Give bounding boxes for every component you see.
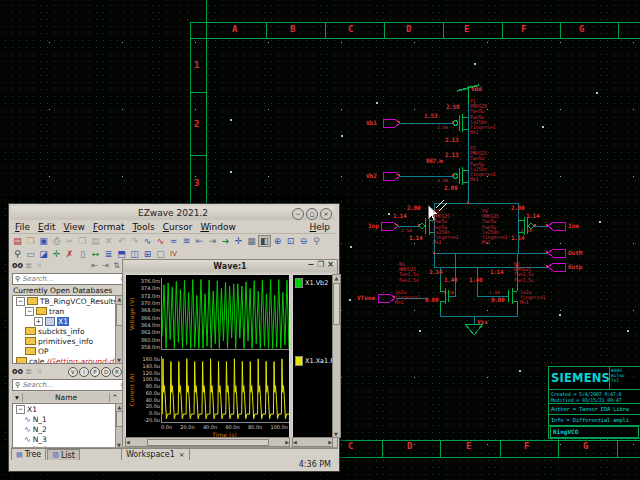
signals-search-box[interactable]: ⚲ ⊗: [12, 379, 129, 391]
signals-list[interactable]: −X1∿N_1∿N_2∿N_3∿N_4: [12, 403, 116, 449]
window-titlebar[interactable]: EZwave 2021.2 − ◻ ×: [11, 206, 335, 220]
wave-minimize-button[interactable]: −: [307, 260, 314, 269]
signals-header-name[interactable]: Name: [23, 393, 110, 402]
wave-close-button[interactable]: ×: [327, 260, 334, 269]
new-waveform-icon[interactable]: ∿: [141, 235, 154, 247]
complex-plot-icon[interactable]: ≈: [167, 235, 180, 247]
fit-x-icon[interactable]: ↔: [89, 248, 102, 260]
database-tree[interactable]: −TB_RingVCO_ResultsPa−tran+X1subckts_inf…: [12, 295, 116, 364]
filter-d-button[interactable]: D: [101, 367, 111, 377]
binoculars-icon[interactable]: oo: [12, 261, 23, 270]
menu-window[interactable]: Window: [196, 222, 240, 232]
link-icon[interactable]: ⌗: [34, 367, 45, 377]
open-icon[interactable]: ❒: [24, 235, 37, 247]
tree-item-label[interactable]: TB_RingVCO_ResultsPa: [40, 297, 116, 306]
filter-r-button[interactable]: R: [112, 367, 122, 377]
wave-restore-button[interactable]: ❐: [317, 260, 324, 269]
zoom-fit-icon[interactable]: ⚲: [310, 235, 323, 247]
tile-horizontal-icon[interactable]: ⬒: [115, 248, 128, 260]
window-close-button[interactable]: ×: [320, 208, 332, 220]
link-icon[interactable]: ⌗: [34, 261, 45, 271]
list-icon[interactable]: ≣: [23, 367, 34, 376]
snapshot-icon[interactable]: ▢: [154, 248, 167, 260]
wave-titlebar[interactable]: Wave:1 − ❐ ×: [124, 260, 336, 272]
measure-icon[interactable]: ⚲: [11, 248, 24, 260]
stack-curves-icon[interactable]: ≣: [102, 248, 115, 260]
legend-horizontal-scrollbar[interactable]: ◀▶: [292, 437, 333, 447]
overlay-plot-icon[interactable]: ≋: [180, 235, 193, 247]
collapse-icon[interactable]: −: [16, 297, 25, 306]
signals-header[interactable]: ▾ Name ⌃: [12, 392, 120, 402]
plot-horizontal-scrollbar[interactable]: ◀▶: [125, 437, 290, 447]
save-icon[interactable]: ▣: [37, 235, 50, 247]
wave-child-window[interactable]: Wave:1 − ❐ × Voltage (V)376.0m374.0m372.…: [122, 259, 338, 449]
image-icon[interactable]: ▭: [24, 248, 37, 260]
print-icon[interactable]: ⎙: [50, 235, 63, 247]
tree-item-x1[interactable]: +X1: [13, 316, 115, 326]
plot-area[interactable]: [161, 356, 289, 423]
delete-cursor-icon[interactable]: ✗: [63, 248, 76, 260]
tree-item-label[interactable]: subckts_info: [38, 327, 85, 336]
database-search-box[interactable]: ⚲ ⊗: [12, 273, 129, 285]
sort-toggle-icon[interactable]: ⇅: [111, 261, 122, 270]
tree-item-tran[interactable]: −tran: [13, 306, 115, 316]
scroll-right-icon[interactable]: ▶: [285, 439, 289, 445]
voltage-plot[interactable]: Voltage (V)376.0m374.0m372.0m370.0m368.0…: [126, 278, 289, 350]
filter-i-button[interactable]: I: [79, 367, 89, 377]
plot-area[interactable]: [161, 278, 289, 350]
menu-tools[interactable]: Tools: [129, 222, 159, 232]
tree-item-op[interactable]: OP: [13, 346, 115, 356]
dock-panel-icon[interactable]: ◧: [258, 235, 271, 247]
collapse-icon[interactable]: ⌃: [110, 393, 120, 402]
menu-file[interactable]: File: [11, 222, 34, 232]
tree-item-primitives_info[interactable]: primitives_info: [13, 336, 115, 346]
signal-item-n_1[interactable]: ∿N_1: [13, 414, 115, 424]
menu-cursor[interactable]: Cursor: [159, 222, 197, 232]
menu-edit[interactable]: Edit: [34, 222, 59, 232]
sort-asc-icon[interactable]: ⇤: [89, 261, 100, 270]
expand-icon[interactable]: +: [34, 317, 43, 326]
tree-item-subckts_info[interactable]: subckts_info: [13, 326, 115, 336]
new-page-icon[interactable]: ▯: [76, 248, 89, 260]
zoom-in-icon[interactable]: ⊕: [271, 235, 284, 247]
legend-entry-x1.xa1.f[interactable]: X1.Xa1.F: [295, 356, 333, 366]
signal-item-label[interactable]: N_2: [33, 425, 47, 434]
tree-item-label[interactable]: cale: [29, 357, 44, 365]
previous-view-icon[interactable]: ⇤: [193, 235, 206, 247]
menu-help[interactable]: Help: [304, 222, 335, 232]
tile-grid-icon[interactable]: ⊞: [141, 248, 154, 260]
close-workspace-icon[interactable]: ×: [179, 451, 185, 459]
binoculars-icon[interactable]: oo: [12, 367, 23, 376]
collapse-icon[interactable]: −: [25, 307, 34, 316]
plot-panel[interactable]: Voltage (V)376.0m374.0m372.0m370.0m368.0…: [125, 274, 290, 438]
signal-item-label[interactable]: N_3: [33, 435, 47, 444]
legend-entry-x1.vb2[interactable]: X1.Vb2: [295, 278, 328, 288]
current-plot[interactable]: Current (A)160.0u140.0u120.0u100.0u80.0u…: [126, 356, 289, 423]
legend-panel[interactable]: X1.Vb2X1.Xa1.F: [292, 274, 333, 438]
add-cursor-icon[interactable]: ✛: [50, 248, 63, 260]
zoom-box-icon[interactable]: ⊡: [284, 235, 297, 247]
next-view-icon[interactable]: ⇥: [206, 235, 219, 247]
database-search-input[interactable]: [22, 275, 118, 283]
signal-item-label[interactable]: X1: [27, 405, 37, 414]
menu-view[interactable]: View: [60, 222, 89, 232]
grid-icon[interactable]: ▦: [245, 235, 258, 247]
window-minimize-button[interactable]: −: [292, 208, 304, 220]
tree-item-label[interactable]: tran: [49, 307, 64, 316]
scroll-right-icon[interactable]: ▶: [328, 439, 332, 445]
tree-item-tb_ringvco_resultspa[interactable]: −TB_RingVCO_ResultsPa: [13, 296, 115, 306]
tree-item-cale[interactable]: cale(Getting-around-d: [13, 356, 115, 364]
menu-format[interactable]: Format: [89, 222, 129, 232]
window-maximize-button[interactable]: ◻: [306, 208, 318, 220]
tile-vertical-icon[interactable]: ◫: [128, 248, 141, 260]
iv-plot-icon[interactable]: IV: [167, 248, 180, 260]
results-db-icon[interactable]: ▤: [11, 235, 24, 247]
scroll-left-icon[interactable]: ◀: [293, 439, 297, 445]
scroll-left-icon[interactable]: ◀: [126, 439, 130, 445]
tree-item-label[interactable]: X1: [57, 317, 69, 326]
filter-v-button[interactable]: V: [68, 367, 78, 377]
zoom-out-icon[interactable]: ⊖: [297, 235, 310, 247]
collapse-icon[interactable]: −: [16, 405, 25, 414]
signal-item-label[interactable]: N_1: [33, 415, 47, 424]
calculator-icon[interactable]: ◪: [37, 248, 50, 260]
